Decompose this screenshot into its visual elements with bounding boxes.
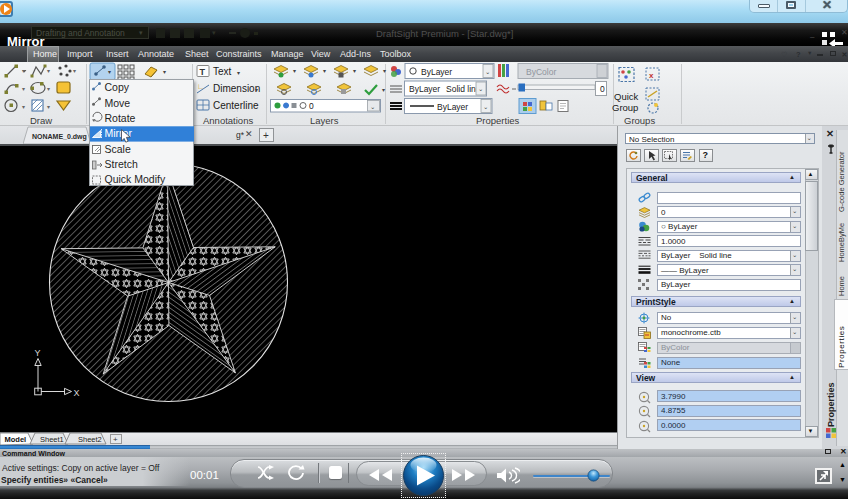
svg-text:ByColor: ByColor [526,67,556,77]
svg-text:Scale: Scale [104,142,130,154]
svg-text:⌄: ⌄ [370,103,375,110]
svg-text:Quick Modify: Quick Modify [104,173,165,185]
svg-text:Dimension: Dimension [213,83,260,94]
svg-text:0: 0 [600,84,605,94]
svg-text:Stretch: Stretch [104,157,137,169]
svg-text:Rotate: Rotate [104,111,135,123]
svg-text:Move: Move [104,96,130,108]
svg-text:▾: ▾ [47,104,50,110]
svg-text:Copy: Copy [104,81,129,93]
svg-text:Centerline: Centerline [213,100,259,111]
svg-text:X: X [74,388,80,398]
svg-text:▾: ▾ [22,86,25,92]
svg-text:Group: Group [612,102,638,113]
svg-text:▾: ▾ [47,86,50,92]
svg-text:▾: ▾ [108,69,111,75]
svg-text:ByLayer: ByLayer [437,102,468,112]
svg-text:ByLayer: ByLayer [409,84,440,94]
svg-text:ByLayer: ByLayer [421,67,452,77]
svg-text:⌄: ⌄ [478,85,483,92]
svg-text:Quick: Quick [614,91,639,102]
svg-text:▾: ▾ [73,68,76,74]
svg-text:▾: ▾ [163,69,166,75]
svg-text:▾: ▾ [255,87,258,93]
svg-text:T: T [200,67,206,77]
svg-text:⌄: ⌄ [485,68,490,75]
svg-text:▾: ▾ [22,68,25,74]
svg-text:▾: ▾ [47,68,50,74]
svg-text:Text: Text [213,66,232,77]
svg-text:▾: ▾ [237,70,240,76]
svg-text:⌄: ⌄ [483,103,488,110]
svg-text:x: x [649,71,654,80]
svg-text:▾: ▾ [382,87,385,93]
svg-text:0: 0 [309,101,314,111]
svg-text:▾: ▾ [22,104,25,110]
svg-text:▾: ▾ [323,68,326,74]
svg-text:▾: ▾ [353,68,356,74]
svg-text:▾: ▾ [383,68,386,74]
svg-text:▾: ▾ [293,68,296,74]
svg-text:Y: Y [35,348,41,358]
svg-text:Solid line: Solid line [446,84,481,94]
svg-text:∟: ∟ [197,82,205,91]
